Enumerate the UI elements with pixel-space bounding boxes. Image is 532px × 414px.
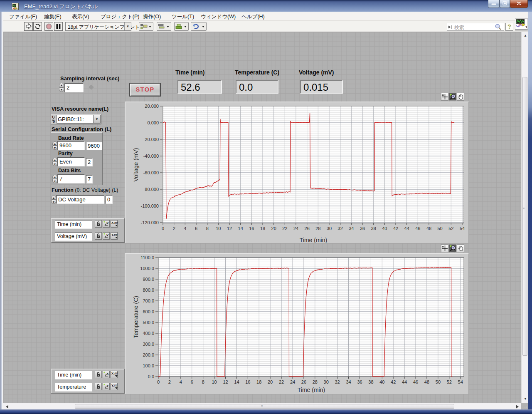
- svg-text:-60.000: -60.000: [143, 170, 159, 175]
- svg-text:1: 1: [52, 115, 54, 119]
- svg-text:1: 1: [525, 25, 527, 29]
- svg-text:0.000: 0.000: [147, 120, 159, 125]
- svg-text:Voltage (mV): Voltage (mV): [133, 148, 139, 182]
- svg-text:12: 12: [223, 379, 228, 384]
- svg-text:Time (min): Time (min): [300, 237, 327, 243]
- svg-text:Time (min): Time (min): [298, 387, 325, 393]
- svg-text:Y.##: Y.##: [111, 384, 118, 387]
- svg-text:48: 48: [426, 226, 431, 231]
- svg-text:900.0: 900.0: [143, 277, 154, 282]
- svg-text:600.0: 600.0: [143, 309, 154, 314]
- svg-text:300.0: 300.0: [143, 342, 154, 347]
- svg-text:1000.0: 1000.0: [140, 266, 154, 271]
- svg-text:38: 38: [368, 379, 373, 384]
- svg-text:X.##: X.##: [111, 221, 118, 225]
- svg-text:Y: Y: [106, 233, 109, 237]
- svg-text:30: 30: [327, 226, 332, 231]
- svg-text:32: 32: [335, 379, 340, 384]
- svg-text:-100.000: -100.000: [141, 203, 159, 208]
- svg-text:X: X: [106, 221, 109, 225]
- svg-text:24: 24: [290, 379, 295, 384]
- svg-text:42: 42: [393, 226, 398, 231]
- svg-text:22: 22: [282, 226, 287, 231]
- svg-text:500.0: 500.0: [143, 320, 154, 325]
- svg-text:4: 4: [180, 379, 182, 384]
- svg-text:40: 40: [379, 379, 384, 384]
- svg-text:28: 28: [315, 226, 320, 231]
- svg-text:Temperature (C): Temperature (C): [133, 296, 139, 338]
- svg-text:52: 52: [447, 379, 452, 384]
- svg-text:-40.000: -40.000: [143, 154, 159, 159]
- svg-text:0: 0: [157, 379, 160, 384]
- svg-text:6: 6: [195, 226, 197, 231]
- svg-text:700.0: 700.0: [143, 298, 154, 303]
- svg-text:2: 2: [173, 226, 175, 231]
- svg-text:16: 16: [249, 226, 254, 231]
- svg-text:52: 52: [448, 226, 453, 231]
- svg-text:0: 0: [162, 226, 164, 231]
- svg-text:20: 20: [271, 226, 276, 231]
- svg-text:1100.0: 1100.0: [140, 255, 154, 260]
- svg-text:22: 22: [279, 379, 284, 384]
- svg-text:54: 54: [460, 226, 465, 231]
- svg-text:36: 36: [360, 226, 365, 231]
- svg-text:10: 10: [212, 379, 217, 384]
- svg-text:44: 44: [404, 226, 409, 231]
- svg-text:Y.##: Y.##: [111, 233, 118, 237]
- svg-text:14: 14: [238, 226, 243, 231]
- svg-text:50: 50: [436, 379, 441, 384]
- svg-text:38: 38: [371, 226, 376, 231]
- svg-text:30: 30: [324, 379, 329, 384]
- svg-text:46: 46: [413, 379, 418, 384]
- svg-text:12: 12: [227, 226, 232, 231]
- svg-text:50: 50: [437, 226, 442, 231]
- svg-text:48: 48: [424, 379, 429, 384]
- svg-text:0: 0: [53, 119, 55, 124]
- svg-text:40: 40: [382, 226, 387, 231]
- svg-text:X: X: [106, 372, 109, 376]
- svg-text:400.0: 400.0: [143, 331, 154, 336]
- svg-text:Y: Y: [106, 384, 109, 388]
- svg-text:-20.000: -20.000: [143, 137, 159, 142]
- svg-text:42: 42: [391, 379, 396, 384]
- svg-text:28: 28: [313, 379, 318, 384]
- svg-text:2: 2: [168, 379, 171, 384]
- svg-text:20: 20: [268, 379, 273, 384]
- svg-text:20.000: 20.000: [145, 104, 159, 109]
- svg-text:24: 24: [293, 226, 298, 231]
- svg-text:-80.000: -80.000: [143, 187, 159, 192]
- svg-text:X.##: X.##: [111, 372, 118, 375]
- svg-text:8: 8: [202, 379, 204, 384]
- svg-text:46: 46: [415, 226, 420, 231]
- svg-text:34: 34: [346, 379, 351, 384]
- svg-text:26: 26: [301, 379, 306, 384]
- svg-text:34: 34: [349, 226, 354, 231]
- svg-text:-120.000: -120.000: [141, 220, 159, 225]
- svg-text:16: 16: [245, 379, 250, 384]
- svg-text:8: 8: [206, 226, 209, 231]
- svg-text:0.0: 0.0: [148, 374, 154, 379]
- svg-text:18: 18: [260, 226, 265, 231]
- svg-text:14: 14: [234, 379, 239, 384]
- svg-text:54: 54: [458, 379, 463, 384]
- svg-text:36: 36: [357, 379, 362, 384]
- svg-text:10: 10: [216, 226, 221, 231]
- svg-text:6: 6: [191, 379, 193, 384]
- svg-text:44: 44: [402, 379, 407, 384]
- svg-text:200.0: 200.0: [143, 352, 154, 357]
- svg-text:26: 26: [305, 226, 310, 231]
- svg-text:32: 32: [338, 226, 343, 231]
- svg-text:800.0: 800.0: [143, 288, 154, 293]
- svg-text:18: 18: [256, 379, 261, 384]
- svg-text:4: 4: [184, 226, 186, 231]
- svg-text:100.0: 100.0: [143, 363, 154, 368]
